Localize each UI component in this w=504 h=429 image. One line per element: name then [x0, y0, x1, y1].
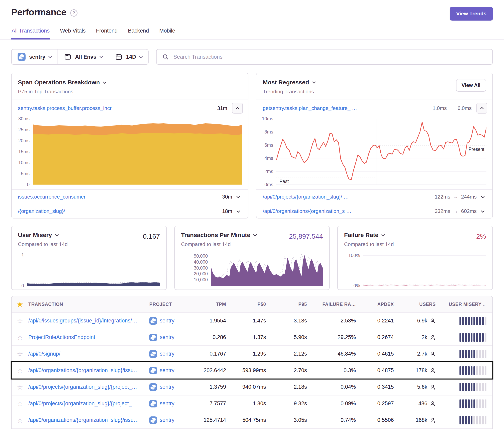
transaction-link[interactable]: /api/0/projects/{organization_slug}/{pro…: [28, 384, 149, 390]
span-operations-panel: Span Operations Breakdown P75 in Top Tra…: [11, 73, 248, 219]
transaction-link[interactable]: ProjectRuleActionsEndpoint: [28, 334, 149, 341]
tab-frontend[interactable]: Frontend: [96, 28, 118, 39]
transaction-link[interactable]: issues.occurrence_consumer: [18, 194, 85, 200]
tpm-title-dropdown[interactable]: Transactions Per Minute: [181, 232, 257, 238]
transaction-link[interactable]: /api/0/organizations/{organization_s …: [263, 208, 351, 214]
failure-rate-subtitle: Compared to last 14d: [344, 241, 394, 247]
user-misery-value: 0.167: [143, 232, 160, 240]
project-link[interactable]: sentry: [160, 384, 174, 390]
project-cell: sentry: [149, 317, 199, 325]
misery-segment-filled: [471, 400, 472, 408]
column-header-transaction[interactable]: TRANSACTION: [28, 302, 149, 307]
regressed-panel-title-dropdown[interactable]: Most Regressed: [263, 79, 315, 86]
star-toggle[interactable]: ☆: [12, 333, 28, 341]
misery-segment-filled: [462, 333, 464, 341]
chevron-down-icon: [481, 209, 485, 212]
misery-segment-filled: [468, 366, 470, 375]
transaction-link[interactable]: /api/0/issues|groups/{issue_id}/integrat…: [28, 318, 149, 324]
misery-segment-filled: [459, 350, 461, 358]
column-header-apdex[interactable]: APDEX: [363, 302, 401, 307]
star-toggle[interactable]: ☆: [12, 317, 28, 325]
tab-web-vitals[interactable]: Web Vitals: [60, 28, 86, 39]
misery-segment-filled: [473, 317, 475, 325]
failure-rate-cell: 2.53%: [314, 318, 363, 324]
environment-filter[interactable]: All Envs: [57, 50, 109, 64]
help-icon[interactable]: ?: [70, 9, 78, 17]
y-axis-tick: 1: [21, 252, 24, 258]
table-header-row: ★TRANSACTIONPROJECTTPMP50P95FAILURE RA…A…: [12, 296, 492, 312]
project-cell: sentry: [149, 367, 199, 374]
chevron-down-icon: [481, 194, 485, 198]
transaction-link[interactable]: /api/0/organizations/{organization_slug}…: [28, 417, 149, 423]
trend-item: /api/0/organizations/{organization_s …33…: [256, 204, 492, 218]
op-duration: 30m: [222, 194, 232, 200]
project-link[interactable]: sentry: [160, 318, 174, 324]
expand-button[interactable]: [237, 209, 243, 213]
span-item: sentry.tasks.process_buffer.process_incr…: [12, 100, 248, 116]
search-input[interactable]: [173, 54, 487, 60]
trend-item: getsentry.tasks.plan_change_feature_ …1.…: [256, 100, 492, 116]
transaction-link[interactable]: /api/0/organizations/{organization_slug}…: [28, 367, 149, 374]
star-toggle[interactable]: ☆: [12, 383, 28, 391]
transaction-link[interactable]: getsentry.tasks.plan_change_feature_ …: [263, 105, 357, 111]
user-misery-score-bar: [443, 333, 492, 341]
project-filter[interactable]: sentry: [12, 50, 57, 64]
user-icon: [430, 334, 436, 341]
transaction-link[interactable]: sentry.tasks.process_buffer.process_incr: [18, 105, 112, 111]
y-axis-tick: 40,000: [194, 259, 208, 265]
misery-segment-empty: [485, 400, 486, 408]
transaction-link[interactable]: /api/0/projects/{organization_slug}/ …: [263, 194, 349, 200]
span-panel-subtitle: P75 in Top Transactions: [18, 88, 106, 95]
misery-segment-empty: [485, 317, 486, 325]
users-cell: 178k: [401, 367, 443, 374]
misery-segment-filled: [468, 317, 470, 325]
star-toggle[interactable]: ☆: [12, 350, 28, 358]
misery-segment-filled: [459, 400, 461, 408]
column-header-project[interactable]: PROJECT: [149, 302, 199, 307]
user-misery-title-dropdown[interactable]: User Misery: [18, 232, 68, 238]
tab-backend[interactable]: Backend: [128, 28, 149, 39]
project-link[interactable]: sentry: [160, 401, 174, 407]
column-header-p95[interactable]: P95: [273, 302, 314, 307]
column-header-users[interactable]: USERS: [401, 302, 443, 307]
failure-rate-title-dropdown[interactable]: Failure Rate: [344, 232, 394, 238]
tab-all-transactions[interactable]: All Transactions: [11, 28, 50, 39]
misery-segment-empty: [485, 416, 486, 424]
collapse-button[interactable]: [477, 103, 487, 114]
date-range-filter[interactable]: 14D: [109, 50, 148, 64]
view-trends-button[interactable]: View Trends: [450, 7, 493, 21]
transaction-link[interactable]: /api/0/projects/{organization_slug}/{pro…: [28, 401, 149, 407]
column-header-user-misery[interactable]: USER MISERY↓: [443, 301, 492, 307]
misery-segment-filled: [462, 366, 464, 375]
misery-segment-empty: [476, 383, 478, 391]
y-axis-tick: 2ms: [265, 169, 273, 174]
misery-segment-filled: [476, 333, 478, 341]
expand-button[interactable]: [481, 195, 487, 199]
project-link[interactable]: sentry: [160, 351, 174, 357]
column-header-failure-ra[interactable]: FAILURE RA…: [314, 302, 363, 307]
search-box: [156, 49, 493, 65]
users-cell: 6.9k: [401, 318, 443, 324]
project-link[interactable]: sentry: [160, 367, 174, 374]
chevron-down-icon: [99, 54, 103, 58]
misery-segment-empty: [482, 400, 484, 408]
project-link[interactable]: sentry: [160, 417, 174, 423]
star-toggle[interactable]: ☆: [12, 416, 28, 424]
apdex-cell: 0.4875: [363, 367, 401, 374]
tab-mobile[interactable]: Mobile: [159, 28, 176, 39]
chevron-down-icon: [236, 209, 240, 212]
project-link[interactable]: sentry: [160, 334, 174, 341]
view-all-button[interactable]: View All: [456, 79, 486, 92]
star-column-header[interactable]: ★: [12, 300, 28, 308]
transaction-link[interactable]: /{organization_slug}/: [18, 208, 65, 214]
span-panel-title-dropdown[interactable]: Span Operations Breakdown: [18, 79, 106, 86]
column-header-tpm[interactable]: TPM: [199, 302, 233, 307]
column-header-p50[interactable]: P50: [233, 302, 273, 307]
transaction-link[interactable]: /api/0/signup/: [28, 351, 149, 357]
collapse-button[interactable]: [232, 103, 243, 114]
expand-button[interactable]: [237, 195, 243, 199]
expand-button[interactable]: [481, 209, 487, 213]
star-toggle[interactable]: ☆: [12, 367, 28, 375]
star-toggle[interactable]: ☆: [12, 400, 28, 408]
failure-rate-chart: 100%0%: [344, 252, 486, 286]
